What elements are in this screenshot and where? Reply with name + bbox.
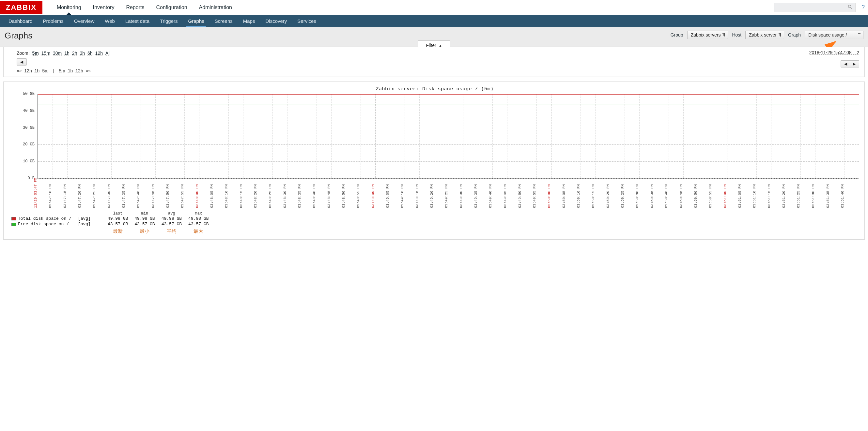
topnav-monitoring[interactable]: Monitoring [51,0,87,15]
zoom-6h[interactable]: 6h [88,51,93,56]
help-icon[interactable]: ? [860,4,868,11]
xtick-label: 03:48:00 PM [195,184,199,208]
gridline-x [302,94,302,178]
zoom-15m[interactable]: 15m [41,51,50,56]
top-bar: ZABBIX MonitoringInventoryReportsConfigu… [0,0,868,15]
series-line [38,94,859,95]
quick-fwd-5m[interactable]: 5m [59,68,65,73]
annotation-cn-label: 最大 [185,227,212,235]
gridline-x [228,94,229,178]
legend-avg: 49.98 GB [158,216,185,221]
gridline-x [141,94,141,178]
legend-row: Total disk space on /[avg]49.98 GB49.98 … [8,216,212,221]
gridline-x [214,94,214,178]
legend-max: 49.98 GB [185,216,212,221]
topnav-reports[interactable]: Reports [120,0,150,15]
xtick-label: 03:50:55 PM [708,184,712,208]
xtick-label: 03:47:10 PM [48,184,52,208]
time-scroll-grip[interactable]: ◀ ::: ▶ [841,60,859,67]
topnav-administration[interactable]: Administration [193,0,238,15]
subnav-dashboard[interactable]: Dashboard [3,15,37,27]
legend-swatch [11,223,16,226]
gridline-x [405,94,405,178]
gridline-x [742,94,742,178]
zoom-5m[interactable]: 5m [32,51,39,56]
subnav-screens[interactable]: Screens [210,15,238,27]
gridline-x [126,94,126,178]
gridline-x [551,94,552,178]
xtick-label: 03:47:40 PM [136,184,140,208]
time-prev-button[interactable]: ◀ [17,58,27,66]
topnav-configuration[interactable]: Configuration [150,0,193,15]
graph-select[interactable]: Disk space usage / [805,31,863,39]
subnav-services[interactable]: Services [292,15,321,27]
xtick-label: 03:51:15 PM [767,184,771,208]
xtick-label: 03:47:55 PM [181,184,184,208]
quick-right-marker[interactable]: »» [86,68,91,73]
gridline-x [184,94,185,178]
subnav-maps[interactable]: Maps [238,15,260,27]
quick-back-12h[interactable]: 12h [24,68,32,73]
gridline-x [478,94,478,178]
gridline-x [390,94,390,178]
zoom-All[interactable]: All [105,51,111,56]
filter-toggle-label: Filter [426,43,436,48]
subnav-overview[interactable]: Overview [69,15,100,27]
gridline-x [82,94,82,178]
xtick-label: 03:49:35 PM [474,184,478,208]
logo[interactable]: ZABBIX [0,1,42,14]
quick-left-marker[interactable]: «« [17,68,22,73]
xtick-label: 03:50:50 PM [694,184,698,208]
xtick-label: 03:47:30 PM [107,184,111,208]
zoom-row: Zoom: 5m15m30m1h2h3h6h12hAll [17,51,859,56]
xtick-label: 03:51:20 PM [782,184,786,208]
subnav-latest-data[interactable]: Latest data [120,15,155,27]
search-input[interactable] [774,3,856,12]
subnav-discovery[interactable]: Discovery [260,15,292,27]
zoom-2h[interactable]: 2h [72,51,78,56]
quick-fwd-1h[interactable]: 1h [68,68,73,73]
group-select[interactable]: Zabbix servers ▲▼ [687,31,728,39]
legend-col-max: max [185,211,212,216]
xtick-label: 11/29 03:47 PM [34,178,37,208]
quick-fwd-12h[interactable]: 12h [75,68,83,73]
xtick-label: 03:49:05 PM [386,184,390,208]
quick-sep: | [53,68,55,73]
gridline-x [287,94,287,178]
subnav-problems[interactable]: Problems [37,15,68,27]
gridline-x [698,94,698,178]
subnav-web[interactable]: Web [99,15,120,27]
xtick-label: 03:50:35 PM [650,184,654,208]
xtick-label: 03:47:20 PM [78,184,82,208]
xtick-label: 03:50:45 PM [679,184,683,208]
time-controls: Zoom: 5m15m30m1h2h3h6h12hAll 2018-11-29 … [3,47,865,77]
filter-toggle[interactable]: Filter ▲ [418,40,450,50]
host-select[interactable]: Zabbix server ▲▼ [745,31,784,39]
gridline-x [434,94,434,178]
zoom-30m[interactable]: 30m [53,51,62,56]
gridline-x [727,94,727,178]
gridline-x [581,94,581,178]
subnav-graphs[interactable]: Graphs [183,15,210,27]
gridline-x [199,94,199,178]
topnav-inventory[interactable]: Inventory [87,0,120,15]
time-range-display[interactable]: 2018-11-29 15:47:08 – 2 [809,50,859,55]
xtick-label: 03:50:30 PM [636,184,639,208]
xtick-label: 03:47:45 PM [151,184,155,208]
quick-back-1h[interactable]: 1h [35,68,40,73]
gridline-x [771,94,771,178]
xtick-label: 03:49:25 PM [444,184,448,208]
xtick-label: 03:50:40 PM [664,184,668,208]
gridline-x [536,94,537,178]
gridline-x [801,94,801,178]
subnav-triggers[interactable]: Triggers [155,15,183,27]
zoom-12h[interactable]: 12h [95,51,103,56]
zoom-3h[interactable]: 3h [80,51,85,56]
ytick-label: 10 GB [15,159,35,164]
xtick-label: 03:49:55 PM [532,184,536,208]
xtick-label: 03:48:30 PM [283,184,287,208]
quick-back-5m[interactable]: 5m [42,68,48,73]
xtick-label: 03:48:25 PM [268,184,272,208]
gridline-x [566,94,566,178]
zoom-1h[interactable]: 1h [64,51,69,56]
